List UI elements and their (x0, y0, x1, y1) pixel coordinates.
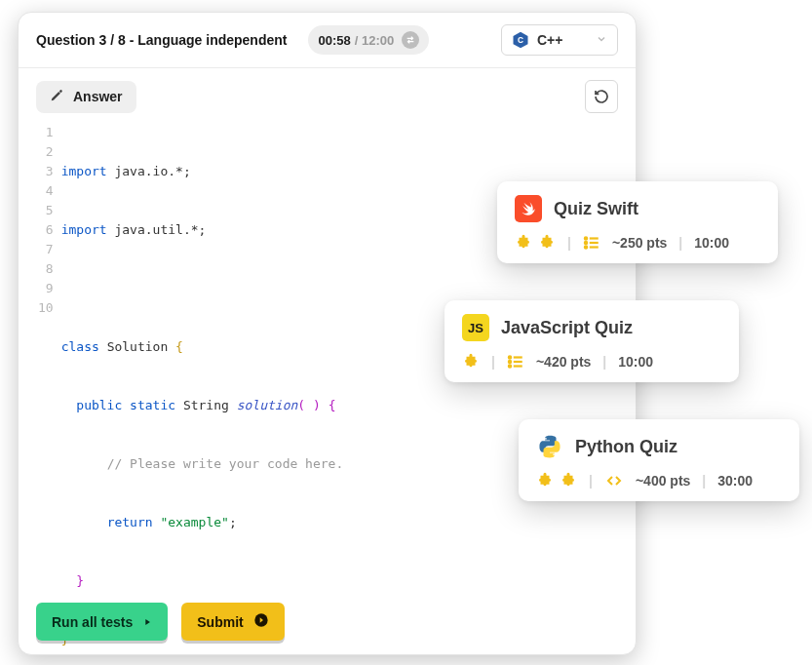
puzzle-icon (560, 472, 577, 489)
chevron-down-icon (596, 32, 607, 48)
quiz-card-python[interactable]: Python Quiz | ~400 pts | 30:00 (519, 419, 799, 501)
card-time: 30:00 (717, 473, 753, 489)
svg-point-3 (585, 237, 587, 239)
difficulty-icons (515, 234, 556, 252)
list-icon (507, 353, 524, 371)
card-title: Quiz Swift (554, 199, 638, 219)
timer-total: / 12:00 (355, 33, 394, 48)
card-points: ~400 pts (636, 473, 690, 489)
difficulty-icons (462, 353, 480, 371)
timer: 00:58 / 12:00 (308, 25, 429, 55)
arrow-circle-icon (253, 612, 269, 631)
quiz-card-js[interactable]: JS JavaScript Quiz | ~420 pts | 10:00 (445, 300, 739, 382)
footer-actions: Run all tests Submit (36, 603, 285, 641)
card-meta: | ~400 pts | 30:00 (536, 472, 782, 489)
card-time: 10:00 (694, 235, 729, 251)
submit-label: Submit (197, 614, 243, 630)
svg-point-13 (509, 365, 511, 367)
card-title: JavaScript Quiz (501, 318, 633, 338)
run-all-button[interactable]: Run all tests (36, 603, 168, 641)
card-points: ~250 pts (612, 235, 667, 251)
svg-text:C: C (518, 36, 523, 45)
puzzle-icon (538, 234, 556, 252)
answer-label: Answer (73, 89, 123, 104)
run-all-label: Run all tests (52, 614, 133, 630)
card-meta: | ~420 pts | 10:00 (462, 353, 721, 371)
answer-row: Answer (36, 80, 618, 113)
submit-button[interactable]: Submit (181, 603, 284, 641)
puzzle-icon (462, 353, 480, 371)
pencil-icon (50, 89, 63, 105)
python-icon (536, 433, 563, 460)
language-select[interactable]: C C++ (501, 24, 618, 56)
play-icon (142, 617, 152, 627)
card-title: Python Quiz (575, 437, 677, 457)
code-icon (604, 473, 624, 489)
puzzle-icon (536, 472, 554, 489)
card-header: JS JavaScript Quiz (462, 314, 721, 341)
puzzle-icon (515, 234, 532, 252)
svg-point-9 (509, 356, 511, 358)
quiz-card-swift[interactable]: Quiz Swift | ~250 pts | 10:00 (497, 181, 778, 263)
card-points: ~420 pts (536, 354, 591, 370)
reset-icon (594, 89, 609, 104)
editor-gutter: 1 2 3 4 5 6 7 8 9 10 (36, 123, 54, 655)
card-header: Python Quiz (536, 433, 782, 460)
answer-chip: Answer (36, 81, 136, 113)
question-title: Question 3 / 8 - Language independent (36, 32, 287, 48)
panel-header: Question 3 / 8 - Language independent 00… (36, 13, 618, 67)
list-icon (583, 234, 600, 252)
language-label: C++ (537, 32, 562, 48)
header-divider (19, 67, 636, 68)
svg-point-7 (585, 246, 587, 248)
card-time: 10:00 (618, 354, 653, 370)
swap-icon[interactable] (402, 31, 419, 49)
svg-point-11 (509, 361, 511, 363)
swift-icon (515, 195, 542, 222)
reset-button[interactable] (585, 80, 618, 113)
timer-elapsed: 00:58 (318, 33, 350, 48)
javascript-icon: JS (462, 314, 489, 341)
svg-point-5 (585, 242, 587, 244)
card-header: Quiz Swift (515, 195, 760, 222)
difficulty-icons (536, 472, 577, 489)
card-meta: | ~250 pts | 10:00 (515, 234, 760, 252)
cpp-icon: C (512, 31, 529, 49)
